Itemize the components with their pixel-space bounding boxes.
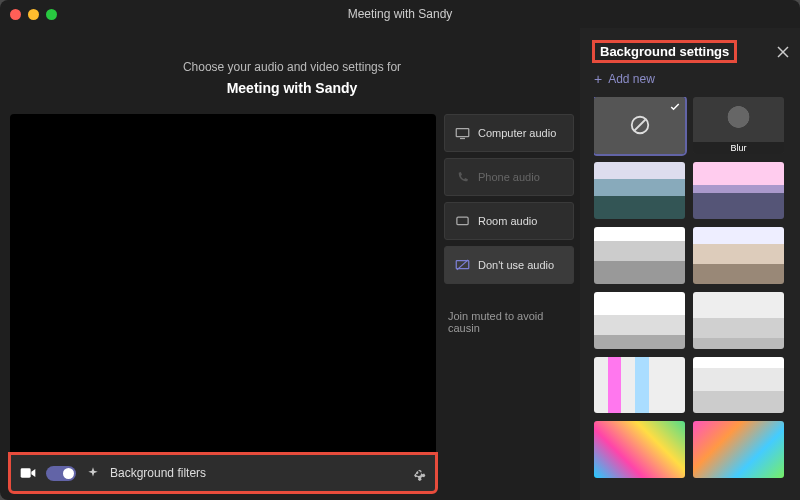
svg-rect-1: [456, 128, 469, 136]
none-icon: [629, 114, 651, 136]
main-pane: Choose your audio and video settings for…: [0, 28, 580, 500]
room-audio-option[interactable]: Room audio: [444, 202, 574, 240]
bg-option-image[interactable]: [594, 421, 685, 478]
pre-join-window: Meeting with Sandy Choose your audio and…: [0, 0, 800, 500]
window-title: Meeting with Sandy: [348, 7, 453, 21]
gear-icon[interactable]: [411, 466, 426, 481]
bg-option-image[interactable]: [594, 162, 685, 219]
background-filters-button[interactable]: Background filters: [110, 466, 206, 480]
computer-audio-option[interactable]: Computer audio: [444, 114, 574, 152]
no-audio-icon: [455, 259, 470, 272]
mute-message: Join muted to avoid causin: [444, 310, 574, 334]
content-area: Choose your audio and video settings for…: [0, 28, 800, 500]
preview-column: Background filters: [10, 114, 436, 492]
window-controls[interactable]: [10, 9, 57, 20]
meeting-name: Meeting with Sandy: [10, 80, 574, 96]
plus-icon: +: [594, 71, 602, 87]
phone-icon: [455, 171, 470, 184]
blur-label: Blur: [693, 142, 784, 154]
bg-option-none[interactable]: [594, 97, 685, 154]
svg-rect-0: [21, 468, 31, 477]
close-window-icon[interactable]: [10, 9, 21, 20]
video-toolbar: Background filters: [10, 454, 436, 492]
bg-option-blur[interactable]: Blur: [693, 97, 784, 154]
titlebar: Meeting with Sandy: [0, 0, 800, 28]
room-icon: [455, 215, 470, 228]
bg-option-image[interactable]: [693, 292, 784, 349]
bg-option-image[interactable]: [693, 357, 784, 414]
background-grid: Blur: [594, 97, 784, 478]
no-audio-option[interactable]: Don't use audio: [444, 246, 574, 284]
bg-option-image[interactable]: [693, 162, 784, 219]
filters-icon: [86, 466, 100, 480]
computer-audio-label: Computer audio: [478, 127, 556, 139]
bg-option-image[interactable]: [693, 227, 784, 284]
audio-options: Computer audio Phone audio Room audio Do…: [444, 114, 574, 492]
room-audio-label: Room audio: [478, 215, 537, 227]
panel-header: Background settings: [594, 42, 790, 61]
minimize-window-icon[interactable]: [28, 9, 39, 20]
add-new-button[interactable]: + Add new: [594, 71, 790, 87]
svg-line-9: [634, 120, 645, 131]
monitor-icon: [455, 127, 470, 140]
preview-and-audio-row: Background filters Computer audio Phone …: [10, 114, 574, 492]
maximize-window-icon[interactable]: [46, 9, 57, 20]
background-settings-panel: Background settings + Add new Blur: [580, 28, 800, 500]
bg-option-image[interactable]: [693, 421, 784, 478]
phone-audio-option: Phone audio: [444, 158, 574, 196]
add-new-label: Add new: [608, 72, 655, 86]
camera-toggle[interactable]: [46, 466, 76, 481]
background-grid-scroll[interactable]: Blur: [594, 97, 790, 500]
check-icon: [669, 101, 681, 113]
settings-prompt: Choose your audio and video settings for: [10, 60, 574, 74]
close-icon[interactable]: [776, 45, 790, 59]
camera-icon: [20, 467, 36, 479]
no-audio-label: Don't use audio: [478, 259, 554, 271]
bg-option-image[interactable]: [594, 227, 685, 284]
phone-audio-label: Phone audio: [478, 171, 540, 183]
bg-option-image[interactable]: [594, 357, 685, 414]
svg-rect-3: [457, 217, 468, 225]
video-preview: [10, 114, 436, 454]
bg-option-image[interactable]: [594, 292, 685, 349]
panel-title: Background settings: [594, 42, 735, 61]
